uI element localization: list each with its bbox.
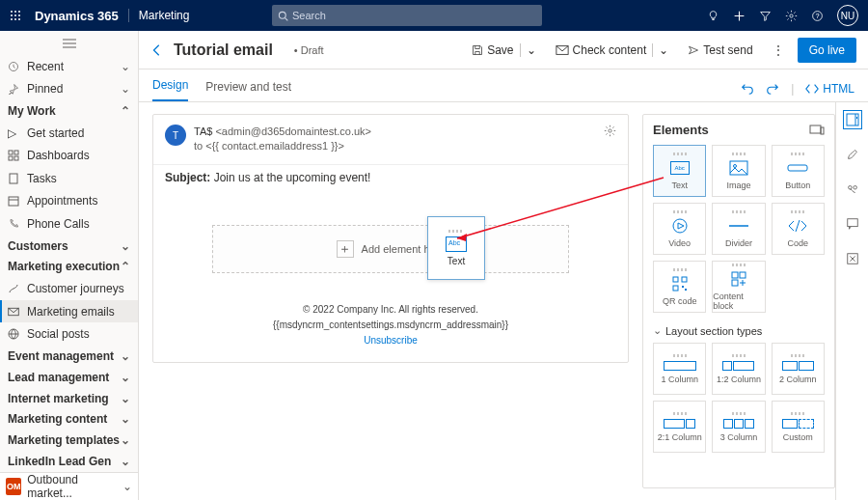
svg-point-0 <box>11 11 13 13</box>
lightbulb-icon[interactable] <box>707 10 719 22</box>
element-tile-code[interactable]: Code <box>772 203 825 255</box>
elements-panel: Elements AbcText Image Button Video Divi… <box>642 114 835 488</box>
back-button[interactable] <box>150 43 164 57</box>
designer-tabs: Design Preview and test | HTML <box>139 69 868 102</box>
module-name: Marketing <box>139 9 190 22</box>
svg-point-7 <box>14 18 16 20</box>
sender-avatar: T <box>165 125 186 146</box>
nav-phone-calls[interactable]: Phone Calls <box>0 212 138 236</box>
svg-rect-43 <box>847 219 857 227</box>
gear-icon[interactable] <box>785 10 798 22</box>
svg-rect-26 <box>821 127 824 134</box>
nav-dashboards[interactable]: Dashboards <box>0 145 138 168</box>
area-switcher[interactable]: OM Outbound market... ⌄ <box>0 472 138 500</box>
svg-point-41 <box>848 186 852 190</box>
element-tile-text[interactable]: AbcText <box>653 145 706 197</box>
panel-title: Elements <box>653 123 709 137</box>
undo-button[interactable] <box>741 82 754 96</box>
nav-appointments[interactable]: Appointments <box>0 190 138 213</box>
nav-group-marketing-exec[interactable]: Marketing execution⌃ <box>0 257 138 278</box>
nav-group-mywork[interactable]: My Work ⌃ <box>0 100 138 122</box>
nav-group-internet[interactable]: Internet marketing⌄ <box>0 388 138 409</box>
nav-group-customers[interactable]: Customers⌄ <box>0 236 138 257</box>
element-tile-content-block[interactable]: Content block <box>712 261 765 313</box>
plus-icon[interactable] <box>733 10 746 22</box>
svg-rect-40 <box>847 114 858 125</box>
nav-marketing-emails[interactable]: Marketing emails <box>0 300 138 323</box>
nav-tasks[interactable]: Tasks <box>0 167 138 190</box>
help-icon[interactable]: ? <box>811 10 824 22</box>
global-search[interactable]: Search <box>272 5 542 26</box>
layout-tile-2col[interactable]: 2 Column <box>772 343 825 395</box>
layout-tile-1-2col[interactable]: 1:2 Column <box>712 343 765 395</box>
test-send-button[interactable]: Test send <box>682 39 758 62</box>
app-launcher-icon[interactable] <box>0 0 31 31</box>
subject-value[interactable]: Join us at the upcoming event! <box>214 171 371 184</box>
user-avatar[interactable]: NU <box>837 5 858 26</box>
nav-group-content[interactable]: Marketing content⌄ <box>0 408 138 430</box>
chevron-down-icon[interactable]: ⌄ <box>659 43 668 57</box>
nav-pinned[interactable]: Pinned ⌄ <box>0 78 138 101</box>
nav-group-lead[interactable]: Lead management⌄ <box>0 367 138 388</box>
rail-elements-icon[interactable] <box>843 110 862 129</box>
svg-point-9 <box>279 12 285 18</box>
chevron-down-icon: ⌄ <box>121 349 130 363</box>
redo-button[interactable] <box>766 82 779 96</box>
layout-tile-2-1col[interactable]: 2:1 Column <box>653 401 706 453</box>
tab-design[interactable]: Design <box>152 78 188 101</box>
add-element-icon[interactable]: ＋ <box>337 240 354 258</box>
filter-icon[interactable] <box>759 10 772 22</box>
command-bar: Tutorial email Draft Save⌄ Check content… <box>139 31 868 69</box>
check-content-button[interactable]: Check content⌄ <box>550 39 675 62</box>
site-nav: Recent ⌄ Pinned ⌄ My Work ⌃ ▷Get started… <box>0 31 139 500</box>
chevron-down-icon[interactable]: ⌄ <box>527 43 536 57</box>
svg-point-4 <box>14 14 16 16</box>
rail-accessibility-icon[interactable] <box>843 249 862 268</box>
nav-recent[interactable]: Recent ⌄ <box>0 55 138 78</box>
device-icon[interactable] <box>809 125 825 136</box>
go-live-button[interactable]: Go live <box>798 38 856 63</box>
nav-group-linkedin[interactable]: LinkedIn Lead Gen⌄ <box>0 451 138 472</box>
rail-feedback-icon[interactable] <box>843 214 862 234</box>
chevron-down-icon: ⌄ <box>121 60 130 73</box>
nav-collapse-icon[interactable] <box>0 31 138 55</box>
header-settings-icon[interactable] <box>604 125 616 154</box>
element-tile-image[interactable]: Image <box>712 145 765 197</box>
svg-rect-25 <box>810 125 821 133</box>
layout-tile-3col[interactable]: 3 Column <box>712 401 765 453</box>
mail-icon <box>8 306 21 318</box>
svg-text:?: ? <box>815 11 819 19</box>
rail-styles-icon[interactable] <box>843 145 862 164</box>
more-commands-button[interactable]: ⋮ <box>767 39 790 62</box>
html-toggle[interactable]: HTML <box>805 82 854 96</box>
nav-label: Recent <box>27 60 64 73</box>
element-tile-video[interactable]: Video <box>653 203 706 255</box>
layout-tile-1col[interactable]: 1 Column <box>653 343 706 395</box>
tab-preview[interactable]: Preview and test <box>205 80 291 101</box>
element-tile-qr[interactable]: QR code <box>653 261 706 313</box>
unsubscribe-link[interactable]: Unsubscribe <box>364 335 418 346</box>
layout-section-header[interactable]: Layout section types <box>653 324 825 337</box>
text-icon <box>446 236 467 252</box>
rail-personalize-icon[interactable] <box>843 180 862 199</box>
nav-group-event[interactable]: Event management⌄ <box>0 346 138 367</box>
svg-point-24 <box>609 129 611 132</box>
subject-label: Subject: <box>165 171 210 184</box>
email-footer: © 2022 Company Inc. All rights reserved.… <box>153 302 628 348</box>
drop-zone[interactable]: ＋ Add element here Text <box>212 225 569 273</box>
email-canvas: T TA$ <admin@d365domaintest.co.uk> to <{… <box>139 102 642 500</box>
nav-group-templates[interactable]: Marketing templates⌄ <box>0 430 138 451</box>
svg-rect-37 <box>732 272 738 278</box>
chevron-down-icon: ⌄ <box>121 392 130 405</box>
save-button[interactable]: Save⌄ <box>466 39 541 62</box>
layout-tile-custom[interactable]: Custom <box>772 401 825 453</box>
element-tile-button[interactable]: Button <box>772 145 825 197</box>
nav-get-started[interactable]: ▷Get started <box>0 122 138 145</box>
element-tile-divider[interactable]: Divider <box>712 203 765 255</box>
nav-customer-journeys[interactable]: Customer journeys <box>0 277 138 300</box>
svg-rect-20 <box>9 197 18 206</box>
nav-social-posts[interactable]: Social posts <box>0 322 138 346</box>
area-badge: OM <box>6 478 21 495</box>
svg-rect-17 <box>9 156 13 160</box>
to-line: to <{{ contact.emailaddress1 }}> <box>194 139 596 153</box>
